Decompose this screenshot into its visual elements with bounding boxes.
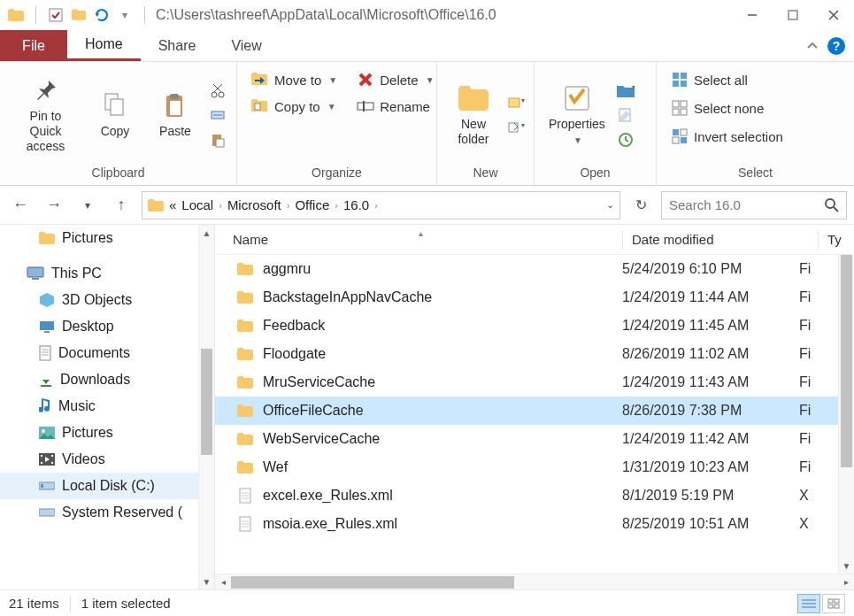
navpane-item[interactable]: 3D Objects xyxy=(0,287,214,313)
copy-button[interactable]: Copy xyxy=(88,87,142,142)
address-dropdown-icon[interactable]: ⌄ xyxy=(606,199,614,211)
select-none-label: Select none xyxy=(694,101,764,116)
select-all-button[interactable]: Select all xyxy=(666,67,753,92)
horizontal-scrollbar[interactable]: ◂ ▸ xyxy=(215,574,854,589)
file-row[interactable]: OfficeFileCache8/26/2019 7:38 PMFi xyxy=(215,397,854,425)
copy-path-icon[interactable] xyxy=(208,105,227,125)
edit-icon[interactable] xyxy=(616,105,635,125)
navpane-item[interactable]: Music xyxy=(0,393,214,420)
back-button[interactable]: ← xyxy=(7,192,34,219)
paste-button[interactable]: Paste xyxy=(148,87,203,142)
navpane-item[interactable]: Pictures xyxy=(0,420,214,446)
scroll-up-icon[interactable]: ▲ xyxy=(199,225,214,241)
up-button[interactable]: ↑ xyxy=(108,192,135,219)
breadcrumb-office[interactable]: Office xyxy=(295,197,329,212)
tab-file[interactable]: File xyxy=(0,30,67,61)
navpane-this-pc[interactable]: This PC xyxy=(0,260,214,287)
file-row[interactable]: WebServiceCache1/24/2019 11:42 AMFi xyxy=(215,425,854,453)
file-type: Fi xyxy=(799,431,826,447)
svg-rect-38 xyxy=(681,109,687,115)
navpane-item[interactable]: Videos xyxy=(0,446,214,473)
pin-to-quick-access-button[interactable]: Pin to Quick access xyxy=(9,72,82,157)
svg-rect-77 xyxy=(828,604,833,608)
address-ellipsis[interactable]: « xyxy=(169,197,176,212)
select-none-button[interactable]: Select none xyxy=(666,96,769,120)
file-row[interactable]: excel.exe_Rules.xml8/1/2019 5:19 PMX xyxy=(215,481,854,510)
maximize-button[interactable] xyxy=(773,2,813,28)
hscroll-thumb[interactable] xyxy=(231,576,514,589)
tab-share[interactable]: Share xyxy=(141,30,214,61)
svg-line-13 xyxy=(213,84,221,92)
breadcrumb-microsoft[interactable]: Microsoft xyxy=(227,197,281,212)
checkbox-qat-icon[interactable] xyxy=(47,6,65,24)
new-folder-button[interactable]: New folder xyxy=(446,80,501,150)
navpane-item[interactable]: Local Disk (C:) xyxy=(0,473,214,499)
column-header-type[interactable]: Ty xyxy=(827,232,854,247)
vscroll-down-icon[interactable]: ▼ xyxy=(839,558,854,574)
chevron-right-icon[interactable]: › xyxy=(287,200,290,211)
nav-item-icon xyxy=(39,398,51,414)
invert-selection-label: Invert selection xyxy=(694,129,783,144)
address-bar[interactable]: « Local›Microsoft›Office›16.0› ⌄ xyxy=(142,191,620,219)
navpane-scrollbar[interactable]: ▲ ▼ xyxy=(198,225,214,589)
hscroll-left-icon[interactable]: ◂ xyxy=(215,577,231,587)
qat-customize-icon[interactable]: ▾ xyxy=(116,6,134,24)
vertical-scrollbar[interactable]: ▲ ▼ xyxy=(838,255,854,574)
help-button[interactable]: ? xyxy=(827,37,845,55)
file-row[interactable]: aggmru5/24/2019 6:10 PMFi xyxy=(215,255,854,283)
open-icon[interactable]: ▾ xyxy=(616,81,635,100)
navpane-pictures-quick[interactable]: Pictures xyxy=(0,225,214,251)
breadcrumb-16.0[interactable]: 16.0 xyxy=(343,197,369,212)
nav-item-label: Desktop xyxy=(62,319,114,335)
copy-to-button[interactable]: Copy to▼ xyxy=(246,94,342,119)
paste-shortcut-icon[interactable] xyxy=(208,130,227,150)
view-large-icons-button[interactable] xyxy=(822,594,845,613)
properties-button[interactable]: Properties ▼ xyxy=(543,80,611,150)
search-box[interactable]: Search 16.0 xyxy=(661,191,847,219)
minimize-ribbon-button[interactable] xyxy=(804,38,820,54)
navpane-item[interactable]: Downloads xyxy=(0,366,214,393)
chevron-right-icon[interactable]: › xyxy=(374,200,378,211)
history-icon[interactable] xyxy=(616,130,635,150)
hscroll-right-icon[interactable]: ▸ xyxy=(838,577,854,587)
file-row[interactable]: msoia.exe_Rules.xml8/25/2019 10:51 AMX xyxy=(215,510,854,538)
refresh-button[interactable]: ↻ xyxy=(627,192,654,219)
redo-qat-icon[interactable] xyxy=(93,6,111,24)
svg-rect-53 xyxy=(41,385,51,387)
scroll-down-icon[interactable]: ▼ xyxy=(199,574,214,589)
scroll-thumb[interactable] xyxy=(201,349,212,455)
recent-locations-button[interactable]: ▾ xyxy=(74,192,101,219)
cut-icon[interactable] xyxy=(208,81,227,100)
file-row[interactable]: BackstageInAppNavCache1/24/2019 11:44 AM… xyxy=(215,283,854,312)
column-header-name[interactable]: Name ▴ xyxy=(233,232,613,247)
file-type: Fi xyxy=(799,289,826,305)
view-details-button[interactable] xyxy=(797,594,820,613)
svg-point-11 xyxy=(219,92,224,97)
file-name: excel.exe_Rules.xml xyxy=(263,488,622,504)
rename-button[interactable]: Rename xyxy=(351,94,439,119)
delete-button[interactable]: Delete▼ xyxy=(351,67,439,92)
navpane-item[interactable]: Documents xyxy=(0,340,214,366)
new-item-icon[interactable]: ▾ xyxy=(506,93,526,112)
navpane-item[interactable]: Desktop xyxy=(0,313,214,340)
forward-button[interactable]: → xyxy=(41,192,67,219)
navpane-item[interactable]: System Reserved ( xyxy=(0,499,214,526)
invert-selection-button[interactable]: Invert selection xyxy=(666,124,789,149)
file-row[interactable]: Wef1/31/2019 10:23 AMFi xyxy=(215,453,854,481)
column-header-date[interactable]: Date modified xyxy=(632,232,809,247)
file-row[interactable]: MruServiceCache1/24/2019 11:43 AMFi xyxy=(215,368,854,397)
folder-qat-icon[interactable] xyxy=(70,6,88,24)
breadcrumb-local[interactable]: Local xyxy=(181,197,213,212)
easy-access-icon[interactable]: ▾ xyxy=(506,118,526,137)
tab-view[interactable]: View xyxy=(213,30,279,61)
file-name: BackstageInAppNavCache xyxy=(263,289,622,305)
minimize-button[interactable] xyxy=(732,2,773,28)
move-to-button[interactable]: Move to▼ xyxy=(246,67,342,92)
close-button[interactable] xyxy=(813,2,854,28)
vscroll-thumb[interactable] xyxy=(841,255,852,467)
tab-home[interactable]: Home xyxy=(67,30,141,61)
file-row[interactable]: Feedback1/24/2019 11:45 AMFi xyxy=(215,312,854,340)
chevron-right-icon[interactable]: › xyxy=(335,200,338,211)
file-row[interactable]: Floodgate8/26/2019 11:02 AMFi xyxy=(215,340,854,368)
chevron-right-icon[interactable]: › xyxy=(219,200,222,211)
